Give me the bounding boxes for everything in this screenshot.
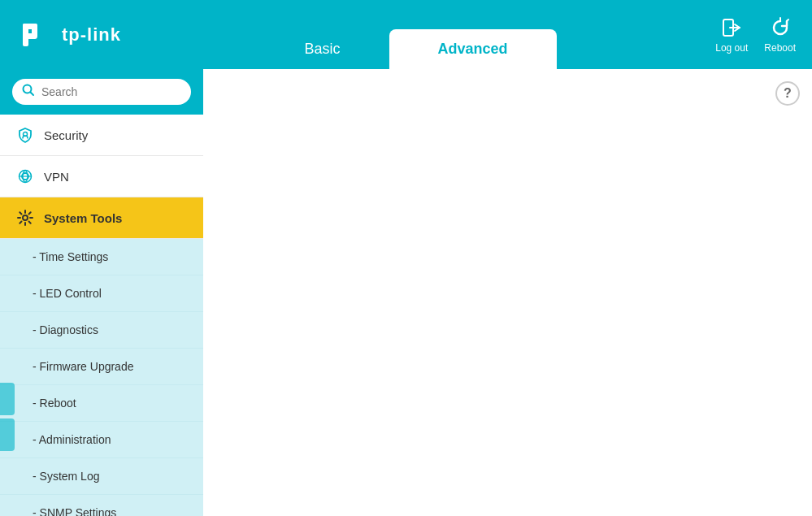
nav-tabs: Basic Advanced [255, 29, 556, 69]
logout-button[interactable]: Log out [715, 16, 748, 54]
search-box [12, 79, 191, 105]
logo-text: tp-link [62, 24, 121, 46]
tplink-logo-icon [16, 15, 55, 54]
logo-area: tp-link [16, 15, 121, 54]
side-tabs [0, 383, 15, 451]
reboot-icon [769, 16, 792, 39]
side-tab-2 [0, 418, 15, 451]
sidebar: Security VPN Sy [0, 69, 203, 516]
sidebar-item-security[interactable]: Security [0, 115, 203, 156]
reboot-label: Reboot [764, 42, 796, 54]
svg-rect-3 [32, 24, 37, 39]
submenu-item-led-control[interactable]: - LED Control [0, 275, 203, 312]
search-icon [22, 84, 35, 100]
tab-advanced[interactable]: Advanced [389, 29, 556, 69]
side-tab-1 [0, 383, 15, 415]
submenu-item-system-log[interactable]: - System Log [0, 458, 203, 495]
header-right: Log out Reboot [715, 16, 796, 54]
content-area: ? [203, 69, 812, 516]
main-layout: Security VPN Sy [0, 69, 812, 516]
submenu-item-snmp-settings[interactable]: - SNMP Settings [0, 495, 203, 516]
sidebar-item-system-tools[interactable]: System Tools [0, 197, 203, 239]
search-input[interactable] [41, 85, 181, 98]
submenu-item-diagnostics[interactable]: - Diagnostics [0, 312, 203, 349]
sidebar-item-system-tools-label: System Tools [44, 211, 122, 225]
help-button[interactable]: ? [775, 81, 800, 106]
logout-label: Log out [715, 42, 748, 54]
submenu-item-administration[interactable]: - Administration [0, 422, 203, 458]
tab-basic[interactable]: Basic [255, 29, 389, 69]
vpn-icon [16, 167, 34, 185]
submenu-item-reboot[interactable]: - Reboot [0, 385, 203, 422]
sidebar-item-vpn[interactable]: VPN [0, 156, 203, 197]
sidebar-item-security-label: Security [44, 128, 88, 142]
security-icon [16, 126, 34, 144]
sidebar-item-vpn-label: VPN [44, 170, 69, 184]
system-tools-icon [16, 209, 34, 227]
svg-line-9 [31, 93, 34, 96]
reboot-button[interactable]: Reboot [764, 16, 796, 54]
logout-icon [720, 16, 743, 39]
submenu-item-firmware-upgrade[interactable]: - Firmware Upgrade [0, 349, 203, 385]
search-container [0, 69, 203, 115]
header: tp-link Basic Advanced Log out Reboot [0, 0, 812, 69]
svg-line-7 [787, 20, 788, 21]
svg-point-14 [23, 215, 28, 220]
submenu-item-time-settings[interactable]: - Time Settings [0, 239, 203, 275]
